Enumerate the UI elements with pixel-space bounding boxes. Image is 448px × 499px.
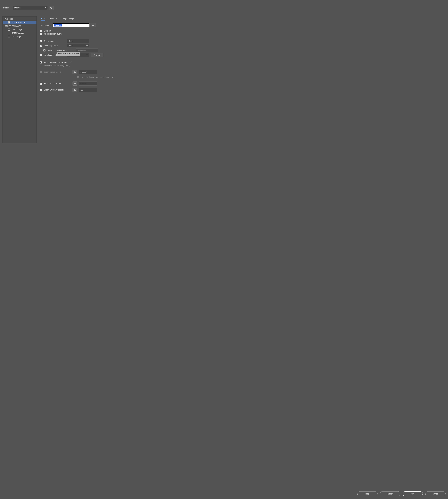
checkbox-export-texture[interactable] bbox=[40, 62, 42, 63]
output-name-input[interactable] bbox=[53, 23, 89, 27]
folder-icon bbox=[74, 83, 76, 84]
sidebar-item-label: OAM Package bbox=[12, 32, 24, 34]
tab-image-settings[interactable]: Image Settings bbox=[62, 17, 74, 21]
sidebar-item-label: JavaScript/HTML bbox=[12, 21, 26, 23]
sidebar-item-oam[interactable]: OAM Package bbox=[3, 31, 36, 35]
checkbox-combine-spritesheet bbox=[77, 76, 79, 78]
profile-value: Default bbox=[14, 7, 20, 9]
output-folder-button[interactable] bbox=[91, 23, 96, 27]
sidebar-item-jpeg[interactable]: JPEG Image bbox=[3, 28, 36, 31]
chevron-down-icon bbox=[95, 50, 97, 51]
chevron-down-icon bbox=[86, 45, 88, 46]
include-hidden-label: Include hidden layers bbox=[44, 33, 62, 35]
checkbox-scale-fill[interactable] bbox=[43, 49, 46, 51]
export-image-label: Export Image assets: bbox=[44, 71, 71, 73]
responsive-value: Both bbox=[69, 45, 73, 47]
wrench-icon[interactable] bbox=[70, 61, 72, 64]
profile-settings-button[interactable] bbox=[49, 6, 54, 10]
sidebar: PUBLISH JavaScript/HTML OTHER FORMATS JP… bbox=[2, 16, 37, 143]
folder-icon bbox=[74, 71, 76, 73]
checkbox-loop-timeline[interactable] bbox=[40, 30, 42, 32]
checkbox-make-responsive[interactable] bbox=[40, 45, 42, 47]
checkbox-center-stage[interactable] bbox=[40, 40, 42, 42]
chevron-down-icon bbox=[86, 41, 88, 42]
folder-icon bbox=[74, 89, 76, 91]
output-name-field-wrap bbox=[53, 23, 89, 27]
sidebar-head-publish: PUBLISH bbox=[3, 17, 36, 21]
center-stage-value: Both bbox=[69, 40, 73, 42]
checkbox-export-createjs[interactable] bbox=[40, 89, 42, 91]
sidebar-item-label: SVG Image bbox=[12, 35, 21, 38]
libs-path-input[interactable] bbox=[79, 88, 97, 92]
images-folder-button[interactable] bbox=[73, 70, 77, 74]
tab-basic[interactable]: Basic bbox=[41, 17, 45, 21]
texture-hint: (Better Performance, Larger Size) bbox=[43, 64, 135, 67]
checkbox-oam[interactable] bbox=[8, 32, 10, 34]
chevron-down-icon bbox=[45, 7, 46, 8]
images-path-input[interactable] bbox=[79, 70, 97, 74]
tab-htmljs[interactable]: HTML/JS bbox=[49, 17, 57, 21]
checkbox-jpeg[interactable] bbox=[8, 29, 10, 31]
preview-button[interactable]: Preview bbox=[91, 53, 103, 57]
checkbox-include-preloader[interactable] bbox=[40, 54, 42, 56]
sidebar-item-label: JPEG Image bbox=[12, 28, 22, 31]
separator bbox=[40, 59, 135, 59]
sidebar-head-other: OTHER FORMATS bbox=[3, 24, 36, 28]
scale-mode-value: Fit in view bbox=[78, 49, 86, 51]
sounds-path-input[interactable] bbox=[79, 81, 97, 86]
gear-icon bbox=[50, 7, 52, 9]
wrench-icon bbox=[112, 76, 114, 78]
sounds-folder-button[interactable] bbox=[73, 81, 77, 86]
folder-open-icon bbox=[92, 24, 94, 26]
checkbox-svg[interactable] bbox=[8, 36, 10, 38]
chevron-down-icon bbox=[86, 55, 88, 55]
export-sound-label: Export Sound assets: bbox=[44, 82, 71, 85]
checkbox-export-sound[interactable] bbox=[40, 83, 42, 85]
scale-fill-label: Scale to fill visible area bbox=[47, 49, 74, 51]
checkbox-jshtml[interactable] bbox=[8, 21, 10, 23]
checkbox-include-hidden[interactable] bbox=[40, 33, 42, 35]
export-texture-label: Export document as texture bbox=[44, 62, 67, 64]
center-stage-label: Center stage bbox=[44, 40, 65, 42]
sidebar-item-svg[interactable]: SVG Image bbox=[3, 35, 36, 38]
profile-label: Profile: bbox=[3, 7, 12, 9]
output-name-label: Output name: bbox=[40, 24, 51, 26]
tooltip-js-filename: JavaScript Filename bbox=[57, 52, 80, 56]
center-stage-select[interactable]: Both bbox=[67, 39, 89, 43]
responsive-select[interactable]: Both bbox=[67, 44, 89, 48]
sidebar-item-jshtml[interactable]: JavaScript/HTML bbox=[3, 21, 36, 24]
checkbox-export-image bbox=[40, 71, 42, 73]
loop-timeline-label: Loop Tim bbox=[44, 30, 51, 32]
make-responsive-label: Make responsive bbox=[44, 45, 65, 47]
libs-folder-button[interactable] bbox=[73, 88, 77, 92]
export-createjs-label: Export CreateJS assets: bbox=[44, 89, 71, 91]
profile-select[interactable]: Default bbox=[13, 6, 48, 10]
combine-spritesheet-label: Combine images into spritesheet bbox=[81, 76, 109, 78]
